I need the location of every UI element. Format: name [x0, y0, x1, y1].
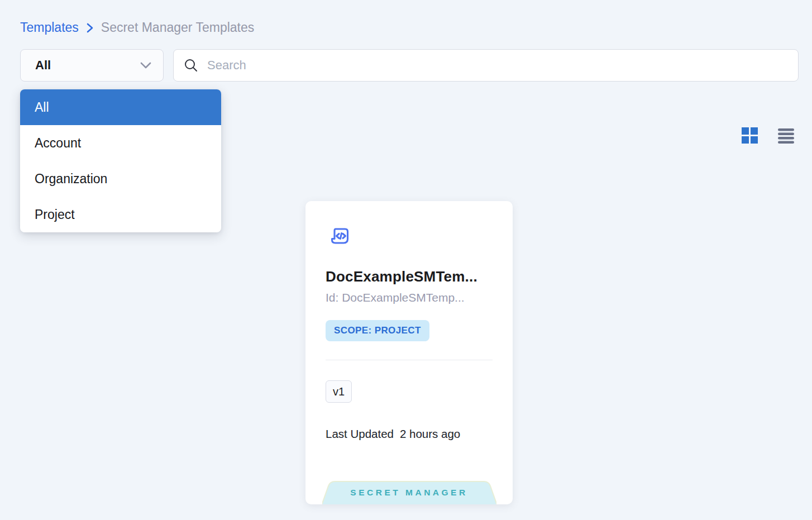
- list-view-button[interactable]: [778, 128, 794, 144]
- template-card[interactable]: DocExampleSMTem... Id: DocExampleSMTemp.…: [305, 201, 513, 504]
- breadcrumb-current: Secret Manager Templates: [101, 20, 254, 35]
- templates-page: Templates Secret Manager Templates All A…: [0, 0, 812, 520]
- search-bar: [173, 49, 799, 82]
- last-updated: Last Updated 2 hours ago: [326, 427, 493, 441]
- last-updated-label: Last Updated: [326, 427, 394, 441]
- search-input[interactable]: [207, 58, 788, 73]
- ribbon-label: SECRET MANAGER: [322, 488, 496, 497]
- grid-view-icon: [742, 137, 758, 145]
- scope-badge: SCOPE: PROJECT: [326, 320, 429, 341]
- breadcrumb: Templates Secret Manager Templates: [20, 20, 254, 35]
- chevron-right-icon: [85, 22, 94, 34]
- scope-filter-value: All: [35, 58, 51, 73]
- breadcrumb-templates-link[interactable]: Templates: [20, 20, 79, 35]
- last-updated-value: 2 hours ago: [400, 427, 460, 441]
- chevron-down-icon: [140, 61, 152, 69]
- card-divider: [326, 360, 493, 360]
- dropdown-option-organization[interactable]: Organization: [20, 161, 221, 197]
- secret-manager-ribbon: SECRET MANAGER: [322, 481, 496, 504]
- search-icon: [184, 58, 198, 73]
- dropdown-option-all[interactable]: All: [20, 89, 221, 125]
- scope-filter-select[interactable]: All: [20, 49, 164, 82]
- dropdown-option-project[interactable]: Project: [20, 197, 221, 232]
- view-toggle: [742, 127, 794, 144]
- list-view-icon: [778, 137, 794, 145]
- scope-filter-dropdown-menu: All Account Organization Project: [20, 89, 221, 232]
- version-chip: v1: [326, 380, 352, 403]
- template-id: Id: DocExampleSMTemp...: [326, 291, 493, 304]
- dropdown-option-account[interactable]: Account: [20, 125, 221, 161]
- template-script-icon: [327, 225, 493, 249]
- grid-view-button[interactable]: [742, 127, 758, 144]
- template-title: DocExampleSMTem...: [326, 268, 493, 285]
